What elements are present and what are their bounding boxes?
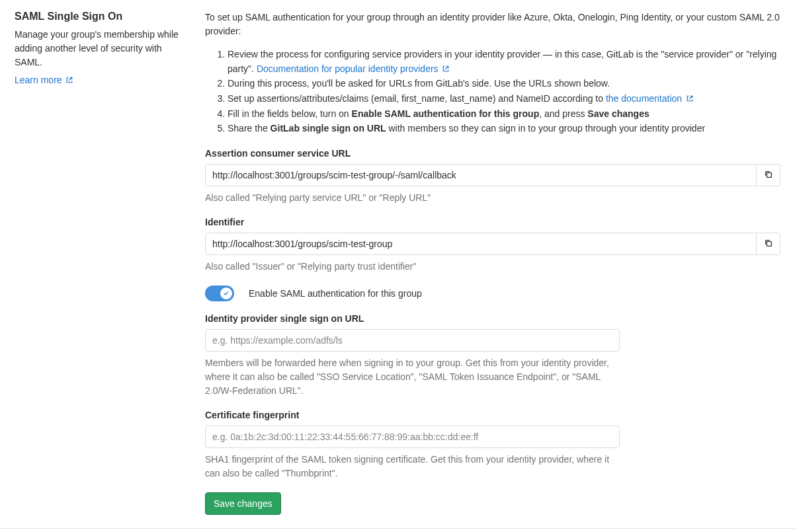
saml-intro: To set up SAML authentication for your g… (205, 11, 780, 38)
step-4: Fill in the fields below, turn on Enable… (228, 107, 780, 122)
fingerprint-label: Certificate fingerprint (205, 410, 620, 420)
identifier-group: Identifier Also called "Issuer" or "Rely… (205, 217, 780, 274)
toggle-knob (220, 287, 232, 299)
acs-url-group: Assertion consumer service URL Also call… (205, 148, 780, 205)
save-changes-button[interactable]: Save changes (205, 492, 281, 515)
enable-saml-toggle[interactable] (205, 285, 234, 301)
fingerprint-input[interactable] (205, 426, 620, 448)
external-link-icon (686, 93, 694, 100)
saml-title: SAML Single Sign On (15, 11, 189, 22)
learn-more-label: Learn more (15, 75, 62, 85)
identifier-input[interactable] (205, 233, 757, 255)
copy-identifier-button[interactable] (757, 233, 780, 255)
idp-sso-label: Identity provider single sign on URL (205, 313, 620, 324)
enable-saml-row: Enable SAML authentication for this grou… (205, 285, 780, 301)
copy-acs-button[interactable] (757, 164, 780, 186)
acs-url-help: Also called "Relying party service URL" … (205, 191, 780, 205)
saml-sidebar: SAML Single Sign On Manage your group's … (15, 11, 200, 515)
svg-rect-1 (767, 241, 771, 246)
copy-icon (764, 239, 773, 250)
external-link-icon (65, 75, 73, 83)
enable-saml-label: Enable SAML authentication for this grou… (249, 288, 422, 299)
saml-desc: Manage your group's membership while add… (15, 28, 189, 69)
acs-url-label: Assertion consumer service URL (205, 148, 780, 159)
identifier-label: Identifier (205, 217, 780, 227)
fingerprint-help: SHA1 fingerprint of the SAML token signi… (205, 453, 620, 480)
step-2: During this process, you'll be asked for… (228, 77, 780, 91)
step-3: Set up assertions/attributes/claims (ema… (228, 92, 780, 106)
doc-popular-idp-link[interactable]: Documentation for popular identity provi… (257, 63, 450, 74)
step-5: Share the GitLab single sign on URL with… (228, 122, 780, 136)
idp-sso-help: Members will be forwarded here when sign… (205, 356, 620, 398)
svg-rect-0 (767, 172, 771, 177)
learn-more-link[interactable]: Learn more (15, 75, 73, 85)
copy-icon (764, 170, 773, 181)
saml-content: To set up SAML authentication for your g… (200, 11, 780, 515)
idp-sso-group: Identity provider single sign on URL Mem… (205, 313, 620, 398)
scim-section: SCIM Token Generate a SCIM token to set … (0, 529, 795, 532)
external-link-icon (442, 63, 450, 71)
saml-section: SAML Single Sign On Manage your group's … (0, 0, 795, 529)
acs-url-input[interactable] (205, 164, 757, 186)
fingerprint-group: Certificate fingerprint SHA1 fingerprint… (205, 410, 620, 480)
step-1: Review the process for configuring servi… (228, 48, 780, 76)
idp-sso-input[interactable] (205, 329, 620, 352)
documentation-link[interactable]: the documentation (606, 93, 694, 104)
identifier-help: Also called "Issuer" or "Relying party t… (205, 260, 780, 274)
setup-steps: Review the process for configuring servi… (205, 48, 780, 136)
